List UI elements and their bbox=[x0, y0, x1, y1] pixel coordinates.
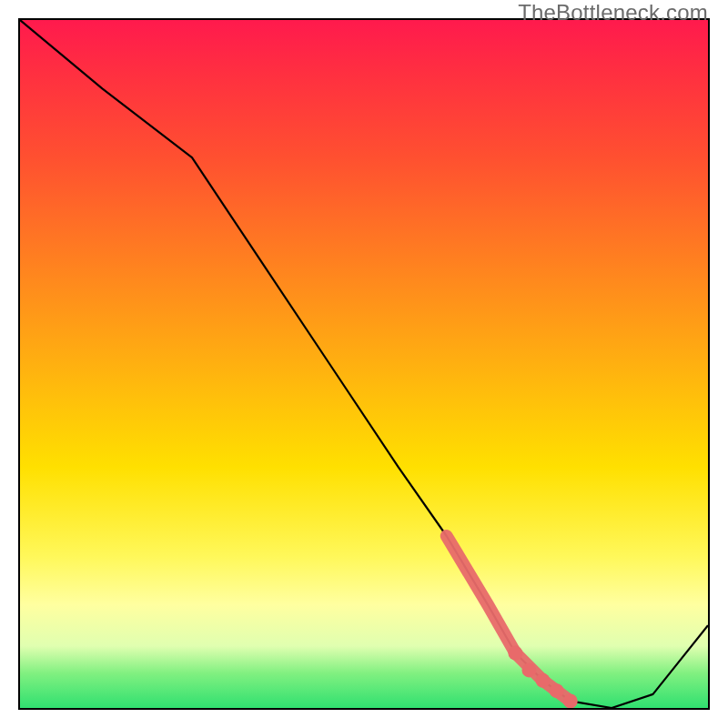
highlight-dot bbox=[563, 693, 578, 708]
chart-svg bbox=[20, 20, 708, 708]
chart-container: TheBottleneck.com bbox=[0, 0, 728, 728]
highlight-segment bbox=[447, 536, 571, 701]
highlight-path bbox=[447, 536, 571, 701]
highlight-dot bbox=[521, 662, 536, 677]
highlight-dot bbox=[508, 646, 522, 661]
curve-path bbox=[20, 20, 708, 708]
highlight-dots bbox=[508, 646, 577, 708]
highlight-dot bbox=[550, 683, 564, 698]
curve-line bbox=[20, 20, 708, 708]
watermark-text: TheBottleneck.com bbox=[518, 0, 708, 25]
plot-area bbox=[18, 18, 710, 710]
highlight-dot bbox=[536, 673, 551, 688]
